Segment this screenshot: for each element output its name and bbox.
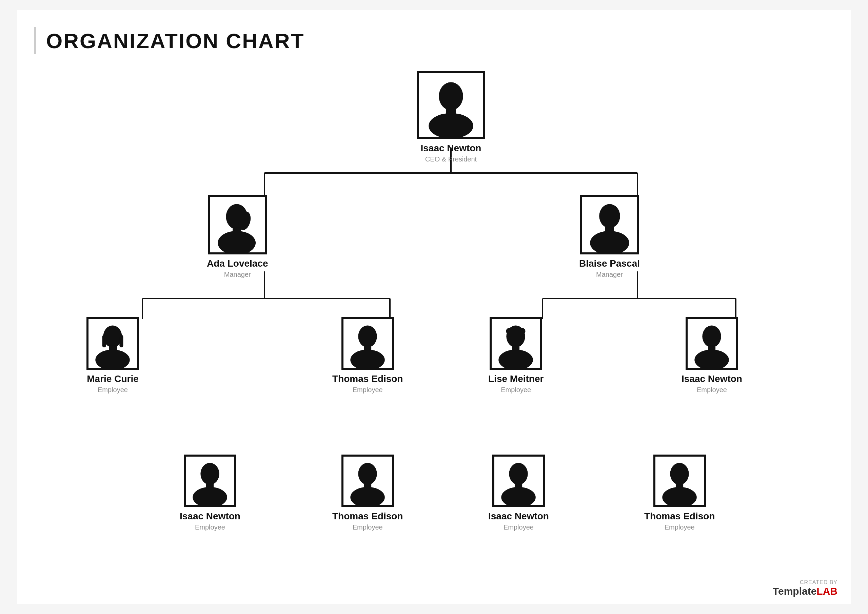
row3-4-role: Employee [665, 524, 695, 531]
row2-1-avatar-icon [88, 319, 137, 368]
row2-3-avatar [490, 317, 542, 370]
row3-4-avatar [653, 455, 706, 507]
ceo-name: Isaac Newton [421, 143, 482, 154]
manager-right-name: Blaise Pascal [579, 258, 640, 269]
svg-rect-27 [102, 335, 106, 347]
row2-1-name: Marie Curie [87, 373, 139, 385]
svg-point-22 [599, 204, 620, 228]
row3-2-name: Thomas Edison [332, 511, 403, 522]
row3-3-role: Employee [504, 524, 534, 531]
ceo-node: Isaac Newton CEO & President [417, 71, 485, 163]
employee-row2-3-node: Lise Meitner Employee [488, 317, 544, 394]
manager-right-avatar [580, 195, 639, 255]
svg-rect-37 [506, 328, 525, 334]
svg-point-49 [358, 463, 377, 485]
manager-right-node: Blaise Pascal Manager [579, 195, 640, 278]
watermark: CREATED BY TemplateLAB [773, 580, 837, 597]
row2-2-role: Employee [353, 386, 383, 394]
watermark-created-label: CREATED BY [800, 580, 837, 586]
row3-2-avatar [341, 455, 394, 507]
row2-2-avatar-icon [344, 319, 392, 368]
svg-point-32 [358, 325, 377, 347]
employee-row2-1-node: Marie Curie Employee [87, 317, 139, 394]
manager-right-role: Manager [596, 271, 623, 278]
row3-4-avatar-icon [656, 457, 704, 505]
row2-3-avatar-icon [491, 319, 540, 368]
row2-4-name: Isaac Newton [682, 373, 742, 385]
employee-row2-2-node: Thomas Edison Employee [332, 317, 403, 394]
ceo-avatar [417, 71, 485, 139]
row3-4-name: Thomas Edison [644, 511, 715, 522]
employee-row2-4-node: Isaac Newton Employee [682, 317, 742, 394]
manager-left-role: Manager [224, 271, 251, 278]
title-section: ORGANIZATION CHART [34, 27, 834, 54]
svg-point-26 [103, 325, 122, 347]
row3-2-role: Employee [353, 524, 383, 531]
page-title: ORGANIZATION CHART [46, 29, 304, 53]
row3-3-name: Isaac Newton [488, 511, 549, 522]
row2-4-avatar-icon [688, 319, 736, 368]
row3-2-avatar-icon [344, 457, 392, 505]
row3-3-avatar-icon [494, 457, 543, 505]
employee-row3-2-node: Thomas Edison Employee [332, 455, 403, 531]
svg-rect-28 [119, 335, 123, 347]
row3-1-avatar-icon [186, 457, 234, 505]
employee-row3-4-node: Thomas Edison Employee [644, 455, 715, 531]
row2-4-avatar [685, 317, 738, 370]
row3-1-avatar [184, 455, 236, 507]
page: ORGANIZATION CHART [17, 10, 851, 604]
watermark-brand: TemplateLAB [773, 586, 837, 597]
row2-3-role: Employee [501, 386, 531, 394]
watermark-lab: LAB [817, 586, 837, 597]
row2-2-name: Thomas Edison [332, 373, 403, 385]
ceo-role: CEO & President [425, 155, 477, 163]
ceo-avatar-icon [419, 73, 483, 137]
row2-2-avatar [341, 317, 394, 370]
title-bar [34, 27, 36, 54]
svg-point-13 [439, 82, 463, 110]
svg-point-45 [200, 463, 219, 485]
manager-left-name: Ada Lovelace [207, 258, 268, 269]
svg-point-57 [670, 463, 689, 485]
watermark-template: Template [773, 586, 817, 597]
manager-right-avatar-icon [582, 197, 637, 252]
org-chart: Isaac Newton CEO & President Ada Lovelac… [34, 68, 834, 594]
svg-point-53 [509, 463, 528, 485]
manager-left-avatar-icon [210, 197, 265, 252]
row2-1-avatar [87, 317, 139, 370]
manager-left-avatar [208, 195, 267, 255]
row3-1-name: Isaac Newton [180, 511, 240, 522]
employee-row3-3-node: Isaac Newton Employee [488, 455, 549, 531]
row2-3-name: Lise Meitner [488, 373, 544, 385]
row3-3-avatar [492, 455, 545, 507]
employee-row3-1-node: Isaac Newton Employee [180, 455, 240, 531]
manager-left-node: Ada Lovelace Manager [207, 195, 268, 278]
row2-4-role: Employee [697, 386, 727, 394]
svg-point-41 [702, 325, 721, 347]
row3-1-role: Employee [195, 524, 225, 531]
row2-1-role: Employee [98, 386, 128, 394]
